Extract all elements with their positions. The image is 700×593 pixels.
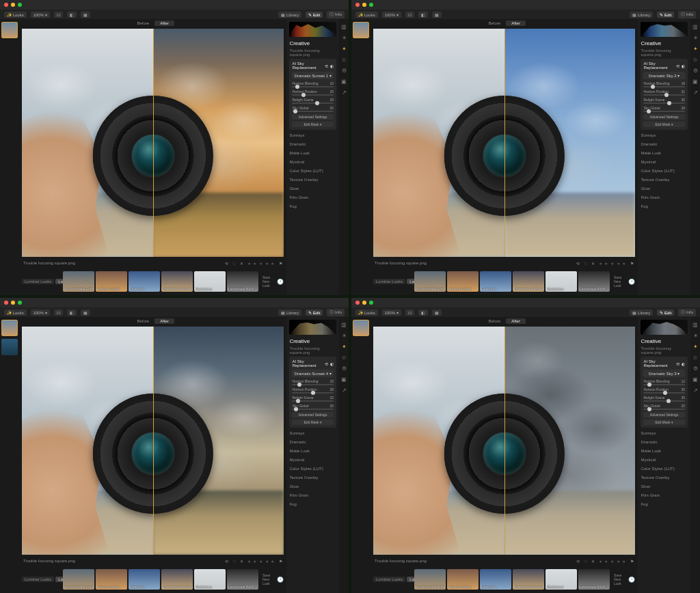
tool-texture-overlay[interactable]: Texture Overlay: [641, 176, 688, 183]
tool-texture-overlay[interactable]: Texture Overlay: [289, 176, 336, 183]
save-new-look[interactable]: Save New Look: [611, 572, 624, 587]
favorite-icon[interactable]: ♡: [232, 261, 236, 266]
edit-mask-button[interactable]: Edit Mask ▾: [643, 122, 685, 127]
after-tab[interactable]: After: [154, 318, 174, 324]
image-canvas[interactable]: [373, 327, 635, 555]
clock-icon[interactable]: 🕐: [628, 279, 635, 285]
look-preset-6[interactable]: Landscape B&W: [227, 271, 258, 292]
info-tab[interactable]: ⓘ Info: [678, 309, 696, 316]
split-divider[interactable]: [504, 29, 505, 257]
creative-icon[interactable]: ✦: [692, 45, 699, 52]
tool-dramatic[interactable]: Dramatic: [289, 439, 336, 445]
clock-icon[interactable]: 🕐: [628, 577, 635, 583]
traffic-light-r[interactable]: [355, 3, 360, 7]
creative-icon[interactable]: ✦: [340, 45, 347, 52]
tool-matte-look[interactable]: Matte Look: [641, 150, 688, 156]
thumbnail-selected[interactable]: [353, 22, 369, 38]
look-preset-4[interactable]: Dramatic Landscape: [161, 271, 193, 292]
compare-button[interactable]: ◧: [67, 12, 77, 18]
tool-sunrays[interactable]: Sunrays: [289, 430, 336, 437]
tool-glow[interactable]: Glow: [289, 483, 336, 490]
histogram[interactable]: [641, 22, 688, 37]
rating-stars[interactable]: ★ ★ ★ ★ ★: [247, 559, 275, 564]
layers-icon[interactable]: ▥: [340, 321, 347, 328]
tool-matte-look[interactable]: Matte Look: [289, 150, 336, 156]
traffic-light-y[interactable]: [362, 301, 366, 305]
edit-tab[interactable]: ✎ Edit: [657, 309, 674, 316]
creative-icon[interactable]: ✦: [340, 343, 347, 350]
essentials-icon[interactable]: ☀: [340, 332, 347, 339]
sky-preset-dropdown[interactable]: Dramatic Sunset 4 ▾: [292, 370, 334, 377]
flag-icon[interactable]: ⚑: [279, 261, 282, 266]
histogram[interactable]: [641, 320, 688, 335]
tool-color-styles-lut-[interactable]: Color Styles (LUT): [289, 465, 336, 472]
tool-sunrays[interactable]: Sunrays: [641, 430, 688, 437]
save-new-look[interactable]: Save New Look: [611, 274, 624, 289]
look-preset-2[interactable]: Autumn Colors: [96, 569, 127, 590]
portrait-icon[interactable]: ☺: [340, 354, 347, 361]
canvas-icon[interactable]: ▣: [692, 78, 699, 85]
toggle-icon[interactable]: ◐: [330, 64, 334, 68]
reset-icon[interactable]: ⟲: [676, 64, 679, 68]
look-preset-6[interactable]: Landscape B&W: [578, 569, 610, 590]
tool-dramatic[interactable]: Dramatic: [289, 141, 336, 148]
share-icon[interactable]: ↗: [692, 89, 699, 96]
thumbnail-2[interactable]: [1, 339, 18, 355]
look-preset-4[interactable]: Dramatic Landscape: [513, 271, 544, 292]
before-tab[interactable]: Before: [483, 20, 507, 26]
tool-matte-look[interactable]: Matte Look: [289, 447, 336, 454]
slider-relight[interactable]: Relight Scene30: [643, 98, 685, 104]
look-preset-3[interactable]: Deep Sky: [129, 569, 160, 590]
tool-color-styles-lut-[interactable]: Color Styles (LUT): [641, 167, 688, 174]
info-tab[interactable]: ⓘ Info: [327, 11, 345, 18]
traffic-light-g[interactable]: [18, 301, 22, 305]
looks-button[interactable]: ✨ Looks: [355, 309, 378, 316]
tool-color-styles-lut-[interactable]: Color Styles (LUT): [641, 465, 688, 472]
tool-matte-look[interactable]: Matte Look: [641, 447, 688, 454]
sync-icon[interactable]: ⟲: [225, 261, 228, 266]
split-divider[interactable]: [504, 327, 505, 555]
reject-icon[interactable]: ✕: [591, 261, 595, 266]
before-tab[interactable]: Before: [483, 318, 507, 324]
look-preset-6[interactable]: Landscape B&W: [578, 271, 610, 292]
tool-film-grain[interactable]: Film Grain: [289, 492, 336, 499]
advanced-settings-button[interactable]: Advanced Settings: [292, 114, 334, 120]
image-canvas[interactable]: [22, 29, 284, 257]
tool-film-grain[interactable]: Film Grain: [289, 194, 336, 201]
look-preset-6[interactable]: Landscape B&W: [227, 569, 258, 590]
tool-color-styles-lut-[interactable]: Color Styles (LUT): [289, 167, 336, 174]
look-preset-5[interactable]: Mysterious: [546, 569, 577, 590]
after-tab[interactable]: After: [154, 20, 174, 26]
luminar-looks-tab[interactable]: Luminar Looks: [22, 279, 54, 284]
essentials-icon[interactable]: ☀: [692, 34, 699, 41]
tool-sunrays[interactable]: Sunrays: [641, 132, 688, 139]
slider-blend[interactable]: Horizon Blending15: [292, 379, 334, 385]
zoom-dropdown[interactable]: 100% ▾: [31, 12, 50, 18]
zoom-dropdown[interactable]: 100% ▾: [31, 309, 50, 316]
look-preset-3[interactable]: Deep Sky: [129, 271, 160, 292]
edit-mask-button[interactable]: Edit Mask ▾: [292, 122, 334, 127]
tool-mystical[interactable]: Mystical: [641, 456, 688, 463]
reset-icon[interactable]: ⟲: [676, 361, 679, 366]
zoom-dropdown[interactable]: 100% ▾: [382, 12, 401, 18]
save-new-look[interactable]: Save New Look: [260, 274, 273, 289]
toggle-icon[interactable]: ◐: [682, 64, 685, 68]
sync-icon[interactable]: ⟲: [225, 559, 228, 564]
library-tab[interactable]: ▦ Library: [278, 12, 301, 18]
look-preset-5[interactable]: Mysterious: [194, 271, 226, 292]
histogram[interactable]: [289, 22, 336, 37]
slider-relight[interactable]: Relight Scene32: [292, 396, 334, 402]
edit-tab[interactable]: ✎ Edit: [306, 12, 323, 18]
essentials-icon[interactable]: ☀: [340, 34, 347, 41]
flag-icon[interactable]: ⚑: [630, 261, 634, 266]
grid-button[interactable]: ▦: [81, 309, 90, 316]
grid-button[interactable]: ▦: [432, 12, 442, 18]
tool-fog[interactable]: Fog: [641, 501, 688, 508]
tool-mystical[interactable]: Mystical: [289, 456, 336, 463]
pro-icon[interactable]: ⚙: [692, 67, 699, 74]
fit-button[interactable]: ⊡: [405, 12, 414, 18]
slider-blend[interactable]: Horizon Blending18: [643, 81, 685, 87]
image-canvas[interactable]: [373, 29, 635, 257]
share-icon[interactable]: ↗: [692, 387, 699, 394]
layers-icon[interactable]: ▥: [692, 321, 699, 328]
